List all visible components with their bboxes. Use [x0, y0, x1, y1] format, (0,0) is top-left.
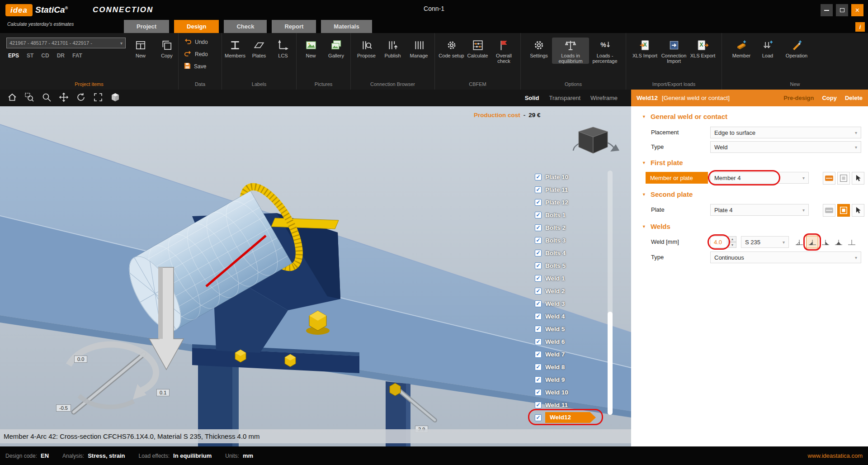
tree-item-bolts-3[interactable]: ✓Bolts 3: [535, 234, 616, 247]
weld-size-stepper[interactable]: ▲▼: [728, 236, 736, 248]
weld-material-select[interactable]: S 235▾: [741, 236, 789, 248]
xls-export-button[interactable]: X XLS Export: [690, 38, 716, 64]
weld-size-input[interactable]: 4.0: [710, 236, 727, 248]
new-load-button[interactable]: Load: [755, 38, 781, 58]
section-second-plate[interactable]: ▼ Second plate: [642, 190, 693, 198]
checkbox-icon[interactable]: ✓: [535, 402, 542, 408]
checkbox-icon[interactable]: ✓: [535, 275, 542, 282]
overall-check-button[interactable]: Overall check: [491, 38, 517, 64]
loads-in-equilibrium-button[interactable]: Loads in equilibrium: [552, 38, 589, 64]
code-fat[interactable]: FAT: [72, 52, 82, 59]
new-picture-button[interactable]: New: [298, 38, 324, 58]
checkbox-icon[interactable]: ✓: [535, 326, 542, 332]
weld-type-butt-button[interactable]: [845, 236, 858, 248]
home-view-button[interactable]: [4, 91, 21, 105]
display-mode-button[interactable]: [107, 91, 124, 105]
stepper-down-icon[interactable]: ▼: [728, 242, 736, 248]
tree-item-plate-11[interactable]: ✓Plate 11: [535, 183, 616, 196]
tree-item-weld-8[interactable]: ✓Weld 8: [535, 361, 616, 373]
weld-type-double-fillet-button[interactable]: [832, 236, 844, 248]
zoom-fit-button[interactable]: [90, 91, 107, 105]
checkbox-icon[interactable]: ✓: [535, 237, 542, 244]
redo-button[interactable]: Redo: [179, 49, 222, 59]
tree-item-weld-3[interactable]: ✓Weld 3: [535, 297, 616, 310]
weld-type-fillet-button[interactable]: [793, 236, 805, 248]
tree-item-bolts-4[interactable]: ✓Bolts 4: [535, 247, 616, 259]
tree-item-weld12[interactable]: ✓Weld12: [535, 411, 616, 424]
tree-item-plate-10[interactable]: ✓Plate 10: [535, 171, 616, 183]
pre-design-button[interactable]: Pre-design: [783, 95, 814, 101]
tree-item-weld-7[interactable]: ✓Weld 7: [535, 348, 616, 361]
plates-labels-button[interactable]: Plates: [247, 38, 271, 58]
weld-continuity-select[interactable]: Continuous▾: [710, 251, 861, 263]
scrollbar-thumb[interactable]: [608, 312, 613, 415]
checkbox-icon[interactable]: ✓: [535, 389, 542, 396]
tree-item-weld-11[interactable]: ✓Weld 11: [535, 399, 616, 411]
tree-item-plate-12[interactable]: ✓Plate 12: [535, 196, 616, 209]
second-plate-select[interactable]: Plate 4▾: [710, 204, 809, 216]
publish-button[interactable]: Publish: [380, 38, 406, 58]
type-select[interactable]: Weld▾: [710, 141, 861, 153]
checkbox-icon[interactable]: ✓: [535, 199, 542, 206]
tree-item-weld-5[interactable]: ✓Weld 5: [535, 323, 616, 335]
tree-item-weld-2[interactable]: ✓Weld 2: [535, 285, 616, 297]
tab-check[interactable]: Check: [224, 20, 267, 33]
weld-color-button[interactable]: [823, 172, 835, 185]
tree-item-bolts-2[interactable]: ✓Bolts 2: [535, 221, 616, 234]
project-items-combo[interactable]: 421967 - 485177 - 421701 - 422917 -▾: [6, 38, 126, 48]
section-first-plate[interactable]: ▼ First plate: [642, 159, 683, 166]
connection-import-button[interactable]: Connection Import: [658, 38, 690, 64]
checkbox-icon[interactable]: ✓: [535, 186, 542, 193]
checkbox-icon[interactable]: ✓: [535, 212, 542, 218]
checkbox-icon[interactable]: ✓: [535, 250, 542, 256]
new-project-item-button[interactable]: New: [129, 38, 152, 59]
view-mode-transparent[interactable]: Transparent: [549, 95, 580, 101]
lcs-labels-button[interactable]: LCS: [271, 38, 295, 58]
checkbox-icon[interactable]: ✓: [535, 174, 542, 180]
code-eps[interactable]: EPS: [8, 52, 19, 59]
view-mode-solid[interactable]: Solid: [525, 95, 539, 101]
plate-pick-icon-button[interactable]: [837, 204, 850, 217]
tab-materials[interactable]: Materials: [321, 20, 372, 33]
placement-select[interactable]: Edge to surface▾: [710, 127, 861, 138]
copy-project-item-button[interactable]: Copy: [156, 38, 178, 59]
pan-button[interactable]: [55, 91, 72, 105]
website-link[interactable]: www.ideastatica.com: [808, 452, 863, 459]
tree-item-bolts-5[interactable]: ✓Bolts 5: [535, 259, 616, 272]
checkbox-icon[interactable]: ✓: [535, 288, 542, 294]
code-setup-button[interactable]: Code setup: [439, 38, 465, 64]
weld-type-fillet-front-button[interactable]: [819, 236, 831, 248]
section-welds[interactable]: ▼ Welds: [642, 223, 670, 230]
section-general-weld[interactable]: ▼ General weld or contact: [642, 113, 727, 120]
tree-item-weld-9[interactable]: ✓Weld 9: [535, 373, 616, 386]
tree-item-weld-1[interactable]: ✓Weld 1: [535, 272, 616, 285]
tab-report[interactable]: Report: [272, 20, 316, 33]
checkbox-icon[interactable]: ✓: [535, 300, 542, 307]
weld-type-fillet-rear-button[interactable]: [806, 236, 818, 248]
3d-viewport[interactable]: Production cost-29 € 0.0 0.1 -0.5 2.9 ✓P…: [0, 106, 631, 446]
first-plate-select[interactable]: Member 4▾: [710, 172, 809, 184]
new-member-button[interactable]: Member: [728, 38, 755, 58]
calculate-button[interactable]: Calculate: [465, 38, 491, 64]
cursor-select-button[interactable]: [852, 172, 864, 185]
checkbox-icon[interactable]: ✓: [535, 338, 542, 345]
close-button[interactable]: ×: [851, 4, 863, 16]
new-operation-button[interactable]: Operation: [781, 38, 812, 58]
loads-percentage-button[interactable]: % Loads - percentage: [589, 38, 621, 64]
tree-item-weld-10[interactable]: ✓Weld 10: [535, 386, 616, 399]
tree-scrollbar[interactable]: [608, 171, 613, 415]
plate-pick-icon-button[interactable]: [837, 172, 850, 185]
save-button[interactable]: Save: [179, 61, 222, 71]
checkbox-icon[interactable]: ✓: [535, 262, 542, 269]
gallery-button[interactable]: Gallery: [324, 38, 349, 58]
checkbox-icon[interactable]: ✓: [535, 351, 542, 358]
tree-item-weld-4[interactable]: ✓Weld 4: [535, 310, 616, 323]
weld-symbol-button[interactable]: [823, 204, 835, 217]
propose-button[interactable]: Propose: [354, 38, 380, 58]
cursor-select-button[interactable]: [852, 204, 864, 217]
tab-design[interactable]: Design: [174, 20, 219, 33]
code-dr[interactable]: DR: [57, 52, 65, 59]
checkbox-icon[interactable]: ✓: [535, 414, 542, 421]
tree-item-weld-6[interactable]: ✓Weld 6: [535, 335, 616, 348]
info-button[interactable]: i: [855, 22, 865, 32]
